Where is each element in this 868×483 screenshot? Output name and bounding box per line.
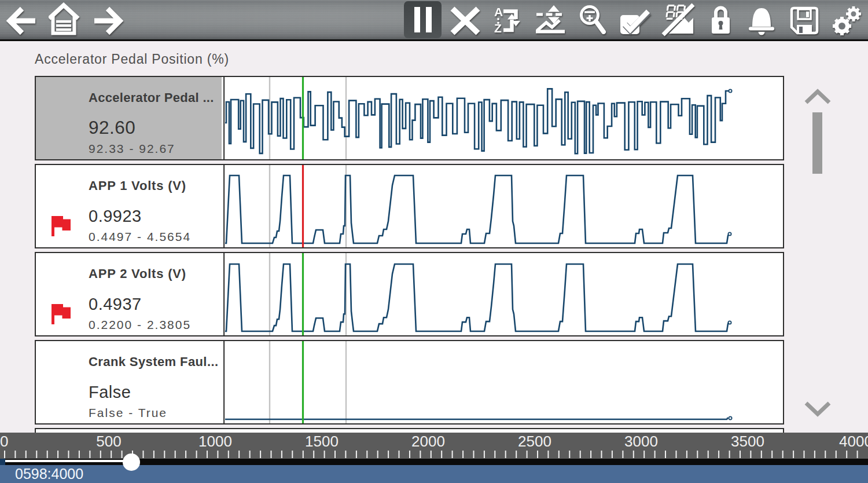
svg-text:A: A — [494, 5, 503, 19]
svg-text:Z: Z — [494, 21, 502, 35]
